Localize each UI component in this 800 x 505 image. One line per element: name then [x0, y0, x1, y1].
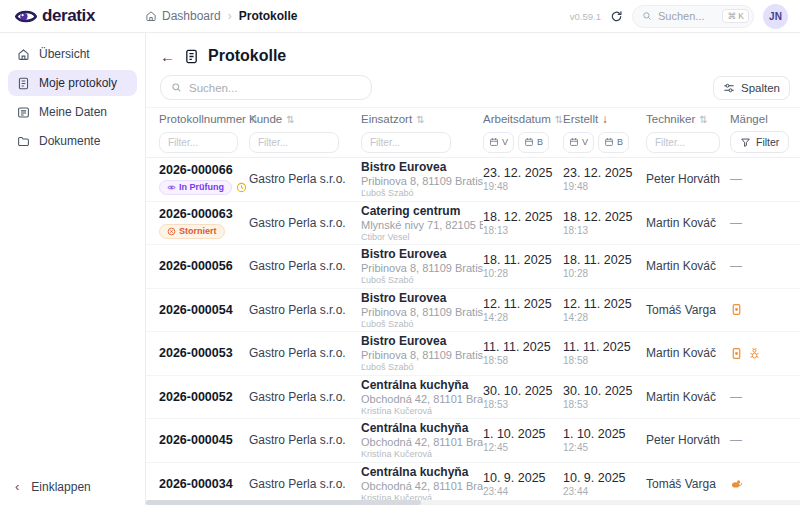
refresh-button[interactable]: [610, 10, 623, 23]
home-icon: [145, 10, 157, 22]
table-row[interactable]: 2026-000045 Gastro Perla s.r.o. Centráln…: [146, 419, 800, 463]
work-date: 12. 11. 2025: [483, 297, 563, 311]
table-row[interactable]: 2026-000053 Gastro Perla s.r.o. Bistro E…: [146, 332, 800, 376]
cell-arbeitsdatum: 12. 11. 2025 14:28: [483, 297, 563, 323]
site-name: Centrálna kuchyňa: [361, 421, 483, 435]
column-header-einsatzort[interactable]: Einsatzort ⇅: [361, 113, 483, 125]
sidebar-item-meine-daten[interactable]: Meine Daten: [8, 99, 137, 125]
cell-techniker: Peter Horváth: [646, 433, 730, 447]
search-icon: [642, 11, 652, 21]
erstellt-date-to-button[interactable]: B: [598, 132, 629, 153]
table-row[interactable]: 2026-000063 Storniert Gastro Perla s.r.o…: [146, 202, 800, 246]
protocol-number: 2026-000063: [159, 207, 249, 221]
column-header-protokollnummer[interactable]: Protokollnummer ⇅: [159, 113, 249, 125]
status-badge: Storniert: [159, 224, 225, 239]
table-row[interactable]: 2026-000034 Gastro Perla s.r.o. Centráln…: [146, 463, 800, 505]
sidebar-item-moje-protokoly[interactable]: Moje protokoly: [8, 70, 137, 96]
page-header: ← Protokolle: [146, 33, 800, 67]
no-defects-marker: —: [730, 259, 792, 273]
column-header-arbeitsdatum[interactable]: Arbeitsdatum ⇅: [483, 113, 563, 125]
cell-arbeitsdatum: 23. 12. 2025 19:48: [483, 166, 563, 192]
columns-button[interactable]: Spalten: [713, 76, 790, 100]
cancel-icon: [167, 227, 176, 236]
einsatzort-filter-input[interactable]: [361, 132, 451, 153]
work-date: 18. 11. 2025: [483, 253, 563, 267]
protokollnummer-filter-input[interactable]: [159, 132, 238, 153]
column-header-kunde[interactable]: Kunde ⇅: [249, 113, 361, 125]
work-time: 23:44: [483, 486, 563, 497]
arbeitsdatum-date-from-button[interactable]: V: [483, 132, 514, 153]
rodent-icon: [730, 477, 743, 490]
cell-erstellt: 23. 12. 2025 19:48: [563, 166, 646, 192]
horizontal-scrollbar[interactable]: [146, 500, 800, 505]
table-search-input[interactable]: [189, 82, 361, 94]
table-row[interactable]: 2026-000052 Gastro Perla s.r.o. Centráln…: [146, 376, 800, 420]
collapse-sidebar-button[interactable]: ‹ Einklappen: [15, 479, 91, 494]
column-header-label: Erstellt: [563, 113, 598, 125]
created-date: 30. 10. 2025: [563, 384, 646, 398]
created-date: 18. 11. 2025: [563, 253, 646, 267]
cell-techniker: Peter Horváth: [646, 172, 730, 186]
technician-name: Martin Kováč: [646, 390, 730, 404]
avatar[interactable]: JN: [763, 4, 788, 29]
table-row[interactable]: 2026-000056 Gastro Perla s.r.o. Bistro E…: [146, 245, 800, 289]
calendar-icon: [524, 137, 534, 147]
site-name: Centrálna kuchyňa: [361, 465, 483, 479]
bait-station-icon: [730, 347, 743, 360]
date-to-label: B: [617, 137, 623, 147]
technician-name: Peter Horváth: [646, 172, 730, 186]
cell-kunde: Gastro Perla s.r.o.: [249, 433, 361, 447]
horizontal-scrollbar-thumb[interactable]: [146, 500, 421, 505]
customer-name: Gastro Perla s.r.o.: [249, 433, 361, 447]
site-address: Obchodná 42, 81101 Bratisla...: [361, 393, 483, 405]
breadcrumb-dashboard[interactable]: Dashboard: [145, 9, 221, 23]
work-date: 11. 11. 2025: [483, 340, 563, 354]
chevron-left-icon: ‹: [15, 479, 19, 494]
kunde-filter-input[interactable]: [249, 132, 339, 153]
technician-name: Martin Kováč: [646, 259, 730, 273]
filter-cell-techniker: [646, 132, 730, 153]
cell-maengel: —: [730, 433, 792, 447]
cell-protokollnummer: 2026-000056: [159, 259, 249, 273]
cell-arbeitsdatum: 18. 11. 2025 10:28: [483, 253, 563, 279]
global-search[interactable]: Suchen... ⌘ K: [632, 5, 754, 28]
table-row[interactable]: 2026-000066 In Prüfung Gastro Perla s.r.…: [146, 158, 800, 202]
arbeitsdatum-date-to-button[interactable]: B: [518, 132, 549, 153]
cell-maengel: [730, 477, 792, 490]
filter-cell-kunde: [249, 132, 361, 153]
sort-both-icon: ⇅: [286, 114, 294, 125]
logo[interactable]: deratix: [14, 6, 145, 26]
filter-cell-maengel: Filter: [730, 131, 792, 153]
cell-kunde: Gastro Perla s.r.o.: [249, 477, 361, 491]
erstellt-date-from-button[interactable]: V: [563, 132, 594, 153]
work-time: 10:28: [483, 268, 563, 279]
sidebar-item-dokumente[interactable]: Dokumente: [8, 128, 137, 154]
search-shortcut-badge: ⌘ K: [722, 9, 749, 23]
column-header-erstellt[interactable]: Erstellt ↓: [563, 113, 646, 125]
techniker-filter-input[interactable]: [646, 132, 720, 153]
cell-protokollnummer: 2026-000054: [159, 303, 249, 317]
back-button[interactable]: ←: [160, 49, 175, 64]
created-time: 10:28: [563, 268, 646, 279]
cell-protokollnummer: 2026-000045: [159, 433, 249, 447]
work-date: 23. 12. 2025: [483, 166, 563, 180]
created-date: 12. 11. 2025: [563, 297, 646, 311]
table-row[interactable]: 2026-000054 Gastro Perla s.r.o. Bistro E…: [146, 289, 800, 333]
sidebar-item-label: Übersicht: [39, 47, 90, 61]
cell-protokollnummer: 2026-000066 In Prüfung: [159, 163, 249, 195]
protocol-number: 2026-000045: [159, 433, 249, 447]
created-time: 18:58: [563, 355, 646, 366]
technician-name: Tomáš Varga: [646, 477, 730, 491]
sidebar: Übersicht Moje protokoly Meine Daten Dok…: [0, 33, 146, 505]
sort-both-icon: ⇅: [555, 114, 563, 125]
sidebar-item-uebersicht[interactable]: Übersicht: [8, 41, 137, 67]
date-from-label: V: [502, 137, 508, 147]
status-badge: In Prüfung: [159, 180, 232, 195]
cell-maengel: —: [730, 390, 792, 404]
insect-icon: [748, 347, 761, 360]
table-search: [160, 75, 372, 100]
created-time: 12:45: [563, 442, 646, 453]
maengel-filter-button[interactable]: Filter: [730, 131, 789, 153]
refresh-icon: [610, 10, 623, 23]
column-header-techniker[interactable]: Techniker ⇅: [646, 113, 730, 125]
